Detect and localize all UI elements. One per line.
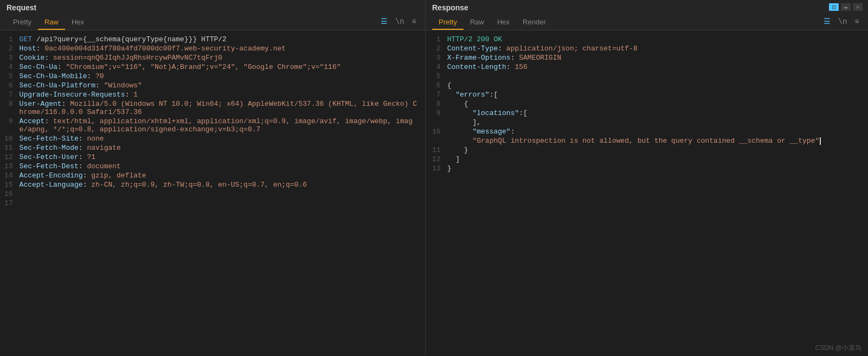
window-btn-3[interactable]: ✕: [853, 3, 863, 11]
table-row: 12 ]: [426, 155, 868, 164]
table-row: 7 Upgrade-Insecure-Requests: 1: [0, 90, 425, 99]
table-row: 3 Cookie: session=qnQ6JIqhJJqRhsHrcywPAM…: [0, 53, 425, 62]
response-toolbar: ☰ \n ≡: [821, 16, 861, 29]
table-row: 14 Accept-Encoding: gzip, deflate: [0, 171, 425, 180]
table-row: 15 Accept-Language: zh-CN, zh;q=0.9, zh-…: [0, 180, 425, 189]
tab-request-pretty[interactable]: Pretty: [7, 15, 38, 30]
table-row: 2 Content-Type: application/json; charse…: [426, 44, 868, 53]
tab-response-render[interactable]: Render: [516, 15, 552, 30]
tab-request-hex[interactable]: Hex: [65, 15, 91, 30]
response-code: 1 HTTP/2 200 OK 2 Content-Type: applicat…: [426, 35, 868, 173]
request-code: 1 GET /api?query={__schema{queryType{nam…: [0, 35, 425, 208]
table-row: 8 User-Agent: Mozilla/5.0 (Windows NT 10…: [0, 99, 425, 117]
table-row: 10 Sec-Fetch-Site: none: [0, 134, 425, 143]
request-panel: Request Pretty Raw Hex ☰ \n ≡: [0, 0, 426, 356]
table-row: 9 Accept: text/html, application/xhtml+x…: [0, 117, 425, 134]
table-row: 7 "errors":[: [426, 90, 868, 99]
window-btn-2[interactable]: ▬: [841, 3, 851, 11]
tab-response-hex[interactable]: Hex: [491, 15, 516, 30]
tab-response-pretty[interactable]: Pretty: [432, 15, 464, 30]
table-row: 6 Sec-Ch-Ua-Platform: "Windows": [0, 81, 425, 90]
table-row: 12 Sec-Fetch-User: ?1: [0, 152, 425, 162]
watermark: CSDN @小菜鸟: [815, 344, 861, 353]
table-row: 11 }: [426, 145, 868, 155]
table-row: 17: [0, 199, 425, 208]
table-row: 5 Sec-Ch-Ua-Mobile: ?0: [0, 72, 425, 81]
table-row: 11 Sec-Fetch-Mode: navigate: [0, 143, 425, 152]
request-tabs: Pretty Raw Hex: [7, 15, 91, 30]
response-icon-menu[interactable]: ≡: [853, 16, 861, 27]
tab-response-raw[interactable]: Raw: [464, 15, 491, 30]
request-title: Request: [7, 3, 419, 15]
table-row: ],: [426, 118, 868, 127]
window-btn-1[interactable]: ◫: [829, 3, 839, 11]
request-icon-menu[interactable]: ≡: [410, 16, 419, 27]
request-panel-header: Request Pretty Raw Hex ☰ \n ≡: [0, 0, 425, 30]
response-icon-newline[interactable]: \n: [836, 16, 850, 27]
request-content[interactable]: 1 GET /api?query={__schema{queryType{nam…: [0, 30, 425, 356]
response-content[interactable]: 1 HTTP/2 200 OK 2 Content-Type: applicat…: [426, 30, 868, 356]
request-icon-format[interactable]: ☰: [378, 16, 390, 27]
table-row: 13 }: [426, 164, 868, 173]
response-panel: Response Pretty Raw Hex Render ☰ \n ≡: [426, 0, 868, 356]
table-row: 6 {: [426, 81, 868, 90]
table-row: 16: [0, 189, 425, 199]
table-row: 9 "locations":[: [426, 109, 868, 118]
request-icon-newline[interactable]: \n: [393, 16, 407, 27]
window-buttons: ◫ ▬ ✕: [829, 3, 863, 11]
table-row: 3 X-Frame-Options: SAMEORIGIN: [426, 53, 868, 62]
response-title: Response: [432, 3, 861, 15]
response-panel-header: Response Pretty Raw Hex Render ☰ \n ≡: [426, 0, 868, 30]
tab-request-raw[interactable]: Raw: [38, 15, 65, 30]
table-row: 10 "message":: [426, 127, 868, 136]
response-tabs: Pretty Raw Hex Render: [432, 15, 552, 30]
table-row: 4 Content-Length: 156: [426, 62, 868, 72]
table-row: 8 {: [426, 99, 868, 109]
response-icon-format[interactable]: ☰: [821, 16, 833, 27]
table-row: "GraphQL introspection is not allowed, b…: [426, 136, 868, 145]
table-row: 13 Sec-Fetch-Dest: document: [0, 162, 425, 171]
request-toolbar: ☰ \n ≡: [378, 16, 419, 29]
table-row: 4 Sec-Ch-Ua: "Chromium";v="116", "Not)A;…: [0, 62, 425, 72]
table-row: 1 HTTP/2 200 OK: [426, 35, 868, 44]
table-row: 1 GET /api?query={__schema{queryType{nam…: [0, 35, 425, 44]
table-row: 2 Host: 0ac400e004d314f780a4fd7000dc00f7…: [0, 44, 425, 53]
table-row: 5: [426, 72, 868, 81]
